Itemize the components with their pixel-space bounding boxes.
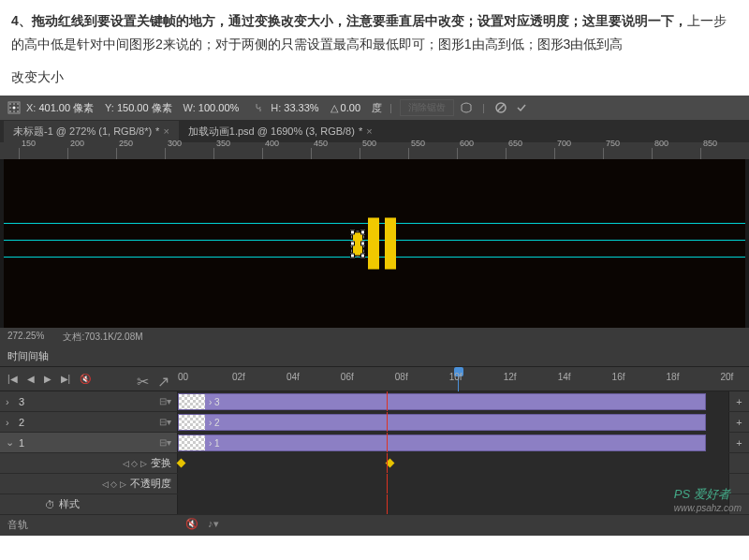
current-time-indicator	[387, 391, 388, 411]
frame-label: 08f	[395, 372, 408, 382]
ruler-tick: 450	[311, 148, 328, 159]
reference-point-icon[interactable]	[6, 99, 22, 116]
playback-controls: |◀ ◀ ▶ ▶| 🔇 ✂ ↗	[0, 373, 178, 386]
track-menu-icon[interactable]: ⊟▾	[159, 437, 171, 448]
svg-point-1	[9, 103, 11, 105]
current-time-indicator	[387, 494, 388, 514]
timeline-footer: 音轨 🔇 ♪▾	[0, 515, 749, 536]
transform-toolbar: X:401.00 像素 Y:150.00 像素 W:100.00% H:33.3…	[0, 96, 749, 120]
x-value[interactable]: 401.00 像素	[38, 101, 94, 115]
split-icon[interactable]: ✂	[137, 373, 150, 386]
first-frame-button[interactable]: |◀	[7, 374, 18, 384]
tab-document-2[interactable]: 加载动画1.psd @ 1690% (3, RGB/8)* ×	[179, 121, 382, 142]
cancel-icon[interactable]	[492, 99, 509, 116]
clip-label: › 3	[205, 397, 220, 407]
add-track-button[interactable]: +	[728, 433, 749, 452]
ruler-tick: 800	[652, 148, 668, 159]
ruler-tick: 850	[700, 148, 717, 159]
audio-icon[interactable]: 🔇	[80, 374, 91, 384]
property-row-opacity[interactable]: ◁ ◇ ▷ 不透明度	[0, 474, 749, 494]
shapes-group	[353, 218, 396, 270]
commit-icon[interactable]	[513, 99, 530, 116]
antialias-button[interactable]: 消除锯齿	[400, 99, 454, 116]
zoom-level[interactable]: 272.25%	[7, 331, 44, 344]
link-icon[interactable]	[250, 99, 267, 116]
expand-toggle[interactable]: ⌄	[6, 436, 15, 449]
doc-size: 文档:703.1K/2.08M	[63, 331, 142, 344]
canvas-area: 1502002503003504004505005506006507007508…	[0, 142, 749, 346]
svg-point-2	[13, 103, 15, 105]
shape-3[interactable]	[385, 218, 396, 270]
keyframe-nav[interactable]: ◁ ◇ ▷	[102, 479, 126, 489]
track-name: 3	[19, 396, 24, 407]
add-track-button[interactable]: +	[728, 412, 749, 432]
w-value[interactable]: 100.00%	[198, 102, 239, 113]
svg-line-11	[497, 104, 505, 111]
shape-2[interactable]	[368, 218, 379, 270]
property-row-style[interactable]: ⏱ 样式	[0, 494, 749, 515]
prev-frame-button[interactable]: ◀	[27, 374, 35, 384]
deg-label: 度	[372, 101, 382, 115]
add-track-button[interactable]: +	[728, 391, 749, 411]
ruler-tick: 700	[554, 148, 571, 159]
svg-point-5	[13, 107, 16, 110]
audio-add-icon[interactable]: ♪▾	[208, 518, 219, 533]
canvas[interactable]	[4, 159, 745, 328]
property-row-transform[interactable]: ◁ ◇ ▷ 变换	[0, 453, 749, 474]
watermark: PS 爱好者 www.psahz.com	[674, 486, 742, 513]
transition-icon[interactable]: ↗	[157, 373, 170, 386]
video-clip[interactable]: › 2	[178, 414, 706, 431]
track-menu-icon[interactable]: ⊟▾	[159, 396, 171, 406]
frame-label: 16f	[612, 372, 625, 382]
audio-mute-icon[interactable]: 🔇	[185, 518, 198, 533]
keyframe-nav[interactable]: ◁ ◇ ▷	[123, 459, 147, 468]
keyframe-diamond[interactable]	[177, 459, 186, 468]
frame-label: 20f	[721, 372, 734, 382]
play-button[interactable]: ▶	[44, 374, 51, 384]
instruction-text: 4、拖动红线到要设置关键帧的地方，通过变换改变大小，注意要垂直居中改变；设置对应…	[0, 0, 749, 66]
frame-label: 18f	[667, 372, 680, 382]
current-time-indicator	[387, 412, 388, 432]
angle-value[interactable]: 0.00	[341, 102, 360, 113]
stopwatch-icon[interactable]: ⏱	[45, 499, 55, 510]
timeline-ruler[interactable]: 0002f04f06f08f10f12f14f16f18f20f	[178, 367, 749, 391]
expand-toggle[interactable]: ›	[6, 396, 15, 407]
close-icon[interactable]: ×	[366, 125, 372, 137]
w-label: W:	[184, 102, 196, 113]
track-menu-icon[interactable]: ⊟▾	[159, 417, 171, 427]
horizontal-ruler[interactable]: 1502002503003504004505005506006507007508…	[0, 142, 749, 159]
timeline-title: 时间间轴	[0, 346, 749, 367]
warp-icon[interactable]	[458, 99, 475, 116]
next-frame-button[interactable]: ▶|	[61, 374, 71, 384]
frame-label: 06f	[341, 372, 354, 382]
track-row[interactable]: › 3 ⊟▾ › 3 +	[0, 391, 749, 412]
current-time-indicator	[387, 433, 388, 452]
close-icon[interactable]: ×	[163, 125, 169, 137]
timeline-panel: 时间间轴 |◀ ◀ ▶ ▶| 🔇 ✂ ↗ 0002f04f06f08f10f12…	[0, 346, 749, 536]
frame-label: 14f	[558, 372, 571, 382]
y-value[interactable]: 150.00 像素	[117, 101, 172, 115]
ruler-tick: 550	[408, 148, 425, 159]
svg-point-9	[17, 111, 19, 112]
expand-toggle[interactable]: ›	[6, 417, 15, 428]
frame-label: 00	[178, 372, 188, 382]
ruler-tick: 300	[165, 148, 182, 159]
shape-1-selected[interactable]	[353, 232, 362, 255]
h-label: H:	[271, 102, 281, 113]
property-label: 不透明度	[130, 477, 171, 491]
property-label: 变换	[151, 456, 171, 470]
track-name: 1	[19, 437, 24, 449]
ruler-tick: 600	[457, 148, 474, 159]
frame-label: 02f	[232, 372, 245, 382]
svg-point-7	[9, 111, 11, 112]
video-clip[interactable]: › 1	[178, 435, 706, 451]
track-row[interactable]: ⌄ 1 ⊟▾ › 1 +	[0, 433, 749, 453]
ruler-tick: 500	[360, 148, 376, 159]
h-value[interactable]: 33.33%	[284, 102, 318, 113]
current-time-indicator	[387, 453, 388, 473]
track-row[interactable]: › 2 ⊟▾ › 2 +	[0, 412, 749, 433]
video-clip[interactable]: › 3	[178, 393, 706, 410]
frame-label: 04f	[286, 372, 300, 382]
ruler-tick: 250	[116, 148, 133, 159]
svg-point-8	[13, 111, 15, 112]
